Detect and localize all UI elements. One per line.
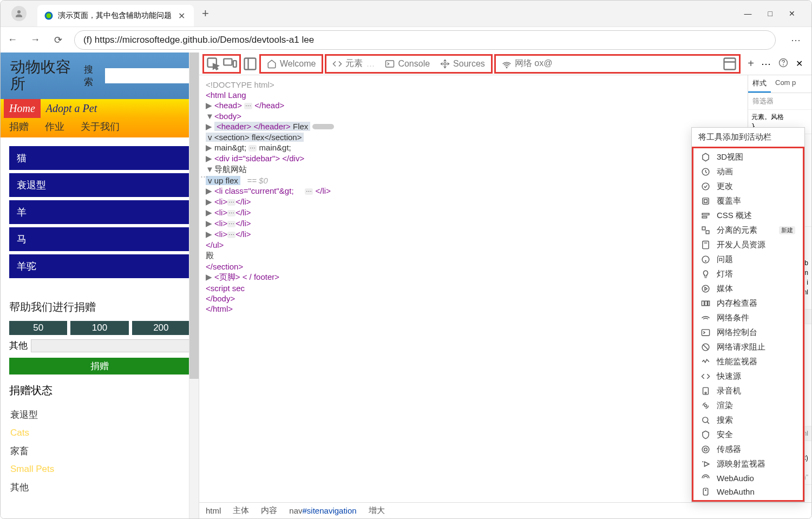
close-devtools[interactable]: ✕ — [796, 58, 803, 69]
tool-icon — [701, 487, 710, 496]
tab-sources[interactable]: Sources — [436, 57, 489, 71]
menu-item[interactable]: 性能监视器 — [693, 354, 803, 369]
menu-item[interactable]: 3D视图 — [693, 150, 803, 165]
menu-item[interactable]: 覆盖率 — [693, 194, 803, 208]
other-input[interactable] — [31, 339, 190, 352]
filter-input[interactable]: 筛选器 — [748, 93, 811, 110]
tool-icon — [701, 313, 710, 323]
tool-icon — [701, 255, 710, 264]
nav-about[interactable]: 关于我们 — [81, 120, 120, 133]
other-label: 其他 — [9, 339, 28, 352]
donate-title: 帮助我们进行捐赠 — [9, 300, 190, 314]
list-item[interactable]: 衰退型 — [9, 173, 190, 197]
devtools-tabs: Welcome 元素… Console Sources 网络 ox@ + ⋯ ✕ — [199, 52, 811, 75]
menu-item[interactable]: 快速源 — [693, 369, 803, 384]
status-title: 捐赠状态 — [9, 383, 190, 398]
tab-welcome[interactable]: Welcome — [263, 57, 320, 71]
menu-item[interactable]: 传感器 — [693, 442, 803, 457]
tab-title: 演示页面，其中包含辅助功能问题 — [58, 11, 172, 21]
nav-jobs[interactable]: 作业 — [45, 120, 64, 133]
menu-item[interactable]: 网络控制台 — [693, 325, 803, 340]
profile-icon[interactable] — [11, 6, 27, 21]
list-item[interactable]: 马 — [9, 227, 190, 251]
computed-tab[interactable]: Com p — [771, 75, 800, 93]
svg-rect-21 — [702, 227, 705, 230]
status-item: 衰退型 — [9, 405, 190, 424]
dom-breadcrumb[interactable]: html 主体 内容 nav#sitenavigation 增大 — [199, 502, 811, 518]
menu-item[interactable]: 更改 — [693, 179, 803, 194]
menu-item[interactable]: 渲染 — [693, 398, 803, 413]
scrollbar[interactable] — [189, 52, 199, 518]
donate-100[interactable]: 100 — [70, 321, 128, 335]
panel-icon[interactable] — [722, 56, 737, 71]
reload-button[interactable]: ⟳ — [51, 34, 64, 46]
help-icon[interactable] — [778, 58, 788, 70]
menu-item[interactable]: CSS 概述 — [693, 208, 803, 223]
menu-item[interactable]: 开发人员资源 — [693, 238, 803, 252]
dock-icon[interactable] — [243, 56, 258, 71]
menu-item[interactable]: 媒体 — [693, 281, 803, 296]
svg-point-40 — [702, 446, 709, 453]
elements-panel[interactable]: ⋯ <!DOCTYPE html> <html Lang ▶<head> ⋯ <… — [199, 75, 748, 502]
tool-icon — [701, 196, 710, 206]
donate-submit[interactable]: 捐赠 — [9, 358, 190, 375]
tool-icon — [701, 401, 710, 410]
browser-tab[interactable]: 演示页面，其中包含辅助功能问题 ✕ — [37, 5, 194, 27]
forward-button[interactable]: → — [29, 34, 42, 45]
menu-item[interactable]: WebAuthn — [693, 485, 803, 498]
menu-item[interactable]: 灯塔 — [693, 267, 803, 281]
row-actions-icon[interactable]: ⋯ — [200, 172, 209, 181]
svg-rect-43 — [703, 488, 708, 495]
tab-elements[interactable]: 元素… — [328, 56, 379, 71]
menu-item[interactable]: 网络请求阻止 — [693, 340, 803, 354]
close-icon[interactable]: ✕ — [789, 9, 795, 18]
menu-item[interactable]: 内存检查器 — [693, 296, 803, 311]
tab-network[interactable]: 网络 ox@ — [497, 56, 557, 71]
menu-item[interactable]: 问题 — [693, 252, 803, 267]
back-button[interactable]: ← — [6, 34, 19, 45]
status-item[interactable]: Cats — [9, 424, 190, 442]
nav-adopt[interactable]: Adopt a Pet — [41, 99, 102, 118]
tab-close-icon[interactable]: ✕ — [176, 11, 187, 21]
device-icon[interactable] — [222, 56, 238, 71]
svg-point-0 — [17, 10, 21, 14]
menu-item[interactable]: WebAudio — [693, 471, 803, 485]
menu-item[interactable]: 分离的元素新建 — [693, 223, 803, 238]
menu-item[interactable]: 安全 — [693, 428, 803, 442]
svg-point-44 — [705, 490, 706, 490]
tool-icon — [701, 416, 710, 425]
maximize-icon[interactable]: □ — [768, 9, 772, 18]
list-item[interactable]: 羊驼 — [9, 254, 190, 278]
svg-point-14 — [783, 64, 784, 65]
menu-item[interactable]: 动画 — [693, 165, 803, 179]
url-input[interactable]: (f) https://microsoftedge.github.io/Demo… — [74, 30, 776, 50]
minimize-icon[interactable]: — — [744, 9, 752, 18]
styles-tab[interactable]: 样式 — [748, 75, 771, 93]
nav-home[interactable]: Home — [4, 99, 41, 118]
browser-menu-icon[interactable]: ⋯ — [785, 34, 806, 46]
more-icon[interactable]: ⋯ — [761, 58, 771, 70]
menu-item[interactable]: 搜索 — [693, 413, 803, 428]
search-input[interactable] — [105, 68, 189, 83]
nav-donate[interactable]: 捐赠 — [9, 120, 29, 133]
demo-title: 动物收容所 — [10, 59, 80, 93]
donate-200[interactable]: 200 — [132, 321, 190, 335]
svg-rect-11 — [724, 58, 736, 69]
tab-console[interactable]: Console — [381, 57, 434, 71]
new-tab-button[interactable]: + — [202, 6, 209, 21]
tool-icon — [701, 386, 710, 396]
tool-icon — [701, 445, 710, 454]
svg-rect-31 — [708, 301, 710, 306]
menu-item[interactable]: 网络条件 — [693, 311, 803, 325]
tool-icon — [701, 372, 710, 381]
add-tab-button[interactable]: + — [742, 57, 759, 70]
status-item[interactable]: Small Pets — [9, 461, 190, 478]
tool-icon — [701, 299, 710, 308]
list-item[interactable]: 羊 — [9, 200, 190, 224]
inspect-icon[interactable] — [206, 56, 221, 71]
menu-item[interactable]: 源映射监视器 — [693, 457, 803, 471]
donate-50[interactable]: 50 — [9, 321, 67, 335]
menu-item[interactable]: 录音机 — [693, 384, 803, 398]
list-item[interactable]: 猫 — [9, 146, 190, 170]
svg-point-26 — [705, 261, 706, 261]
